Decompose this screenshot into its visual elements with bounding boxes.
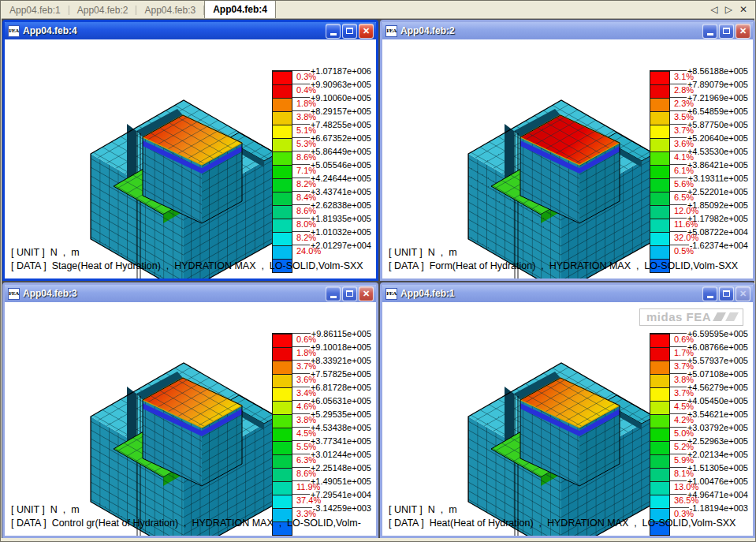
legend-color-cell [650, 441, 669, 454]
watermark-text: midas FEA [646, 310, 711, 323]
child-window-feb2: FEA App04.feb:2 ✕ [380, 20, 755, 281]
legend-percent: 6.1% [674, 164, 698, 178]
close-button[interactable]: ✕ [359, 286, 374, 301]
legend-color-cell [650, 468, 669, 481]
legend-percent: 0.4% [296, 84, 321, 97]
legend-color-cell [650, 414, 669, 428]
tab-app04-feb-2[interactable]: App04.feb:2 [69, 2, 136, 18]
legend-color-cell [273, 387, 292, 401]
legend-color-cell [273, 84, 292, 98]
window-titlebar[interactable]: FEA App04.feb:4 ✕ [5, 22, 376, 39]
close-tab-icon[interactable]: ✕ [739, 4, 747, 15]
window-titlebar[interactable]: FEA App04.feb:3 ✕ [5, 285, 376, 302]
legend-percent: 3.8% [296, 413, 321, 427]
legend-percent: 32.0% [674, 231, 698, 245]
midas-logo-icon [713, 312, 726, 321]
close-button[interactable]: ✕ [359, 24, 374, 39]
legend-color-cell [650, 334, 669, 347]
scroll-left-icon[interactable]: ◁ [710, 4, 717, 15]
legend-color-cell [650, 361, 669, 374]
legend-color-cell [650, 232, 669, 245]
legend-color-cell [273, 334, 292, 347]
model-viewport[interactable]: +8.56188e+005+7.89079e+005+7.21969e+005+… [385, 42, 750, 278]
legend-color-cell [650, 454, 669, 468]
legend-color-cell [650, 387, 669, 401]
data-readout: [ DATA ] Stage(Heat of Hydration) , HYDR… [11, 260, 363, 271]
legend-color-cell [650, 111, 669, 125]
legend-percent: 2.8% [674, 84, 698, 97]
legend-color-cell [650, 138, 669, 151]
scroll-right-icon[interactable]: ▷ [725, 4, 732, 15]
fe-mesh-view [386, 42, 654, 278]
window-title: App04.feb:2 [400, 25, 699, 36]
data-readout: [ DATA ] Form(Heat of Hydration) , HYDRA… [389, 260, 738, 271]
legend-color-cell [650, 205, 669, 219]
maximize-button[interactable] [719, 24, 734, 39]
tab-app04-feb-4[interactable]: App04.feb:4 [204, 0, 276, 18]
legend-percent: 3.7% [296, 360, 321, 373]
legend-percent: 5.2% [674, 440, 698, 454]
legend-percents: 0.6%1.8%3.7%3.6%3.4%4.6%3.8%4.5%5.5%6.3%… [296, 333, 321, 521]
legend-percent: 1.8% [296, 97, 321, 110]
child-window-feb1: FEA App04.feb:1 ✕ [380, 282, 755, 538]
maximize-button[interactable] [342, 24, 357, 39]
minimize-icon [330, 33, 337, 36]
unit-readout: [ UNIT ] N , m [389, 504, 457, 515]
legend-color-cell [273, 361, 292, 374]
fea-app-icon: FEA [385, 25, 397, 37]
legend-percent: 5.5% [296, 440, 321, 454]
legend-color-cell [650, 151, 669, 165]
midas-logo-icon [725, 312, 739, 321]
window-titlebar[interactable]: FEA App04.feb:2 ✕ [382, 22, 753, 39]
legend-color-cell [273, 151, 292, 165]
legend-percent: 3.8% [296, 110, 321, 124]
tab-app04-feb-3[interactable]: App04.feb:3 [136, 2, 203, 18]
legend-color-cell [273, 401, 292, 414]
legend-percent: 3.4% [296, 387, 321, 400]
legend-percent: 4.5% [296, 427, 321, 440]
minimize-button[interactable] [326, 24, 341, 39]
minimize-button[interactable] [702, 286, 717, 301]
legend-percent: 6.3% [296, 454, 321, 467]
maximize-button[interactable] [719, 286, 734, 301]
legend-percent: 24.0% [296, 245, 321, 258]
minimize-icon [707, 296, 713, 298]
tab-scroll-controls: ◁ ▷ ✕ [710, 4, 754, 18]
window-titlebar[interactable]: FEA App04.feb:1 ✕ [382, 285, 753, 302]
legend-color-cell [273, 138, 292, 151]
legend-color-cell [273, 178, 292, 192]
legend-color-cell [273, 495, 292, 508]
maximize-icon [346, 290, 353, 297]
legend-percent: 2.3% [674, 97, 698, 110]
legend-color-cell [650, 125, 669, 138]
legend-percent: 8.4% [296, 191, 321, 204]
legend-color-cell [273, 454, 292, 468]
legend-percents: 3.1%2.8%2.3%3.5%3.7%3.6%4.1%6.1%5.6%6.5%… [674, 70, 698, 258]
minimize-button[interactable] [326, 286, 341, 301]
legend-percent: 4.6% [296, 400, 321, 413]
model-viewport[interactable]: +9.86115e+005+9.10018e+005+8.33921e+005+… [7, 305, 374, 536]
model-viewport[interactable]: midas FEA +6.59595e+005+6.08766e+005+5.5… [385, 305, 750, 536]
minimize-button[interactable] [702, 24, 717, 39]
legend-percent: 6.5% [674, 191, 698, 204]
legend-color-cell [273, 165, 292, 178]
fea-app-icon: FEA [8, 25, 20, 37]
legend-percent: 3.8% [674, 373, 698, 387]
maximize-button[interactable] [342, 286, 357, 301]
legend-percent: 3.7% [674, 360, 698, 373]
legend-color-cell [273, 347, 292, 361]
legend-percent: 1.7% [674, 346, 698, 360]
legend-percent: 8.6% [296, 467, 321, 480]
unit-readout: [ UNIT ] N , m [389, 247, 457, 258]
close-button[interactable]: ✕ [736, 286, 750, 301]
model-viewport[interactable]: +1.07187e+006+9.90963e+005+9.10060e+005+… [7, 42, 374, 278]
legend-percent: 3.1% [674, 70, 698, 84]
legend-percent: 0.3% [296, 70, 321, 84]
legend-color-cell [273, 414, 292, 428]
legend-color-cell [650, 495, 669, 508]
data-readout: [ DATA ] Heat(Heat of Hydration) , HYDRA… [389, 518, 736, 529]
close-button[interactable]: ✕ [736, 24, 750, 39]
close-icon: ✕ [363, 27, 370, 36]
legend-percent: 0.6% [674, 333, 698, 346]
tab-app04-feb-1[interactable]: App04.feb:1 [2, 2, 69, 18]
